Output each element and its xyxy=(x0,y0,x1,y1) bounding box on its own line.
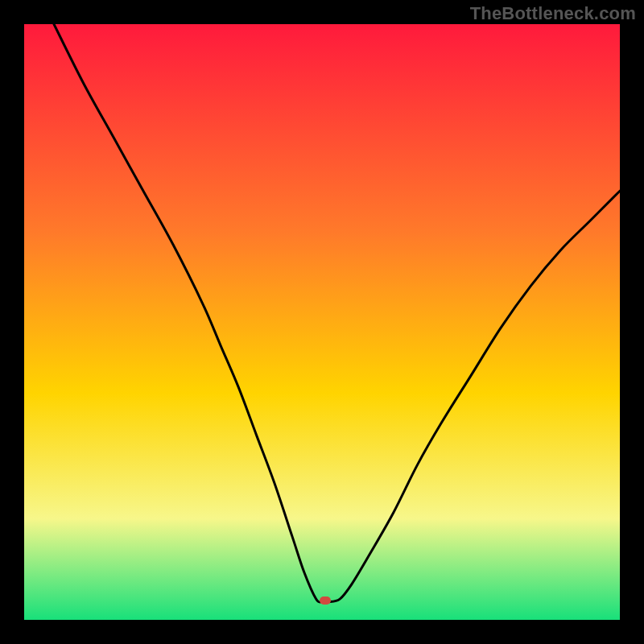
minimum-marker xyxy=(320,597,331,605)
gradient-background xyxy=(24,24,620,620)
plot-area xyxy=(24,24,620,620)
plot-svg xyxy=(24,24,620,620)
watermark-text: TheBottleneck.com xyxy=(470,3,636,24)
chart-frame: TheBottleneck.com xyxy=(0,0,644,644)
